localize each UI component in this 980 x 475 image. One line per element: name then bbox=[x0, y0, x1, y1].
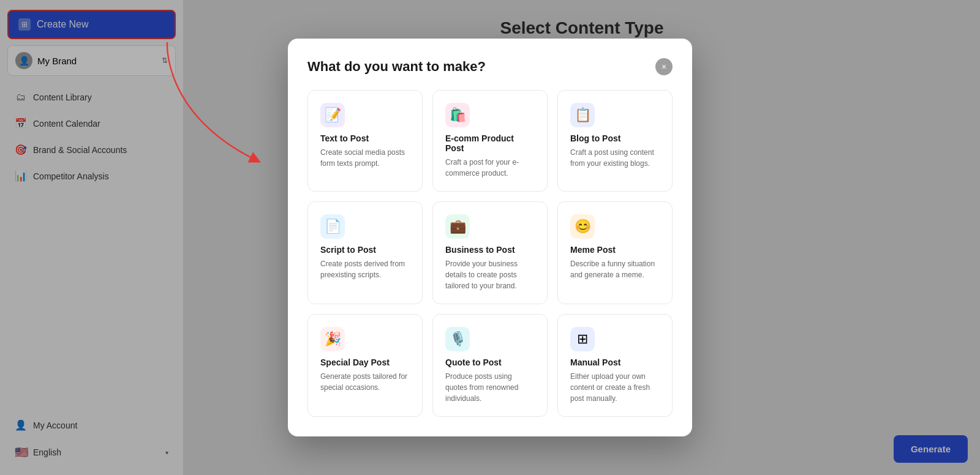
card-desc-meme-post: Describe a funny situation and generate … bbox=[570, 258, 660, 280]
card-business-to-post[interactable]: 💼 Business to Post Provide your business… bbox=[432, 201, 548, 304]
card-title-blog-to-post: Blog to Post bbox=[570, 133, 660, 143]
card-desc-script-to-post: Create posts derived from preexisting sc… bbox=[320, 258, 410, 280]
card-title-quote-to-post: Quote to Post bbox=[445, 357, 535, 367]
card-icon-manual-post: ⊞ bbox=[570, 327, 595, 351]
card-ecomm-product-post[interactable]: 🛍️ E-comm Product Post Craft a post for … bbox=[432, 90, 548, 192]
card-icon-ecomm-product-post: 🛍️ bbox=[445, 103, 470, 127]
card-icon-quote-to-post: 🎙️ bbox=[445, 327, 470, 351]
card-desc-text-to-post: Create social media posts form texts pro… bbox=[320, 147, 410, 169]
modal-title: What do you want to make? bbox=[307, 59, 486, 75]
modal-header: What do you want to make? × bbox=[307, 58, 673, 75]
card-quote-to-post[interactable]: 🎙️ Quote to Post Produce posts using quo… bbox=[432, 314, 548, 417]
card-title-text-to-post: Text to Post bbox=[320, 133, 410, 143]
card-desc-quote-to-post: Produce posts using quotes from renowned… bbox=[445, 371, 535, 404]
card-icon-special-day-post: 🎉 bbox=[320, 327, 345, 351]
card-desc-special-day-post: Generate posts tailored for special occa… bbox=[320, 371, 410, 393]
card-title-business-to-post: Business to Post bbox=[445, 245, 535, 255]
card-icon-script-to-post: 📄 bbox=[320, 214, 345, 239]
card-desc-ecomm-product-post: Craft a post for your e-commerce product… bbox=[445, 157, 535, 179]
card-script-to-post[interactable]: 📄 Script to Post Create posts derived fr… bbox=[307, 201, 423, 304]
card-title-special-day-post: Special Day Post bbox=[320, 357, 410, 367]
content-type-modal: What do you want to make? × 📝 Text to Po… bbox=[288, 39, 692, 436]
card-icon-blog-to-post: 📋 bbox=[570, 103, 595, 127]
card-title-script-to-post: Script to Post bbox=[320, 245, 410, 255]
card-desc-business-to-post: Provide your business details to create … bbox=[445, 258, 535, 291]
card-manual-post[interactable]: ⊞ Manual Post Either upload your own con… bbox=[557, 314, 673, 417]
card-title-manual-post: Manual Post bbox=[570, 357, 660, 367]
card-icon-text-to-post: 📝 bbox=[320, 103, 345, 127]
content-type-grid: 📝 Text to Post Create social media posts… bbox=[307, 90, 673, 417]
modal-close-button[interactable]: × bbox=[655, 58, 673, 75]
close-icon: × bbox=[662, 62, 666, 72]
card-title-ecomm-product-post: E-comm Product Post bbox=[445, 133, 535, 153]
card-icon-business-to-post: 💼 bbox=[445, 214, 470, 239]
card-blog-to-post[interactable]: 📋 Blog to Post Craft a post using conten… bbox=[557, 90, 673, 192]
card-text-to-post[interactable]: 📝 Text to Post Create social media posts… bbox=[307, 90, 423, 192]
card-desc-manual-post: Either upload your own content or create… bbox=[570, 371, 660, 404]
card-icon-meme-post: 😊 bbox=[570, 214, 595, 239]
card-title-meme-post: Meme Post bbox=[570, 245, 660, 255]
card-desc-blog-to-post: Craft a post using content from your exi… bbox=[570, 147, 660, 169]
card-special-day-post[interactable]: 🎉 Special Day Post Generate posts tailor… bbox=[307, 314, 423, 417]
card-meme-post[interactable]: 😊 Meme Post Describe a funny situation a… bbox=[557, 201, 673, 304]
